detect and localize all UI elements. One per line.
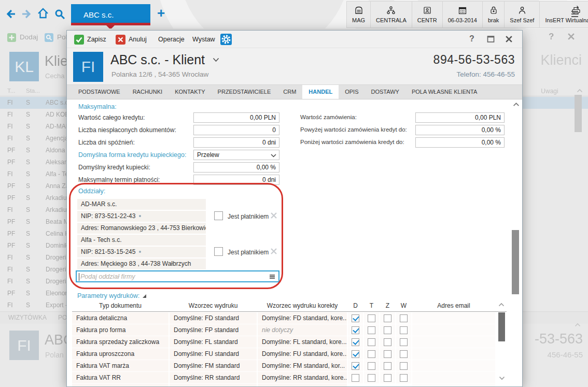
print-z-checkbox[interactable] [384,374,391,382]
tab-opis[interactable]: OPIS [339,85,365,99]
print-t-checkbox[interactable] [368,314,375,322]
print-w-checkbox[interactable] [400,374,408,382]
col-typ-dokumentu[interactable]: Typ dokumentu [72,301,169,311]
bg-col-type[interactable]: T... [7,88,15,94]
print-w-checkbox[interactable] [400,338,408,346]
doc-type-cell[interactable]: Faktura sprzedaży zaliczkowa [72,336,169,348]
status-printer[interactable]: InsERT Wirtualna druk... [540,2,588,27]
col-wzorzec-korekty[interactable]: Wzorzec wydruku korekty [258,301,347,311]
email-cell[interactable] [412,372,495,383]
print-z-checkbox[interactable] [384,362,391,370]
status-cashbox[interactable]: CENTR [412,2,443,27]
tab-dostawy[interactable]: DOSTAWY [365,85,405,99]
tab-crm[interactable]: CRM [277,85,302,99]
print-d-checkbox[interactable] [352,374,359,382]
remove-branch-icon[interactable] [270,212,277,219]
table-scroll-up-icon[interactable] [498,303,505,307]
print-t-checkbox[interactable] [368,338,375,346]
correction-cell[interactable]: Domyślne: RR standard, kore... [258,372,347,383]
branch-nip[interactable]: NIP: 821-53-15-245 [77,247,206,257]
above-order-credit-input[interactable]: 0,00 % [415,125,505,135]
bg-scroll-up-icon[interactable] [577,89,583,93]
branch-address[interactable]: Adres: Męckiego 83 , 44-738 Wałbrzych [77,259,206,269]
search-icon[interactable] [53,7,66,21]
content-scrollbar-thumb[interactable] [512,230,519,294]
correction-cell[interactable]: nie dotyczy [258,324,347,336]
correction-cell[interactable]: Domyślne: FM standard, kor... [258,360,347,371]
max-payment-term-input[interactable]: 0 dni [193,175,279,185]
bg-col-notes[interactable]: Uwagi [529,88,570,95]
add-button[interactable]: Dodaj [20,33,38,41]
email-cell[interactable] [412,324,495,336]
col-d[interactable]: D [348,301,363,311]
col-wzorzec-wydruku[interactable]: Wzorzec wydruku [170,301,257,311]
status-warehouse[interactable]: MAG [347,2,371,27]
new-tab-button[interactable]: + [157,5,165,21]
status-lock[interactable]: brak [483,2,505,27]
template-cell[interactable]: Domyślne: FU standard [170,348,257,360]
table-scroll-down-icon[interactable] [499,376,505,380]
print-z-checkbox[interactable] [384,350,391,358]
col-adres-email[interactable]: Adres email [412,301,495,311]
doc-type-cell[interactable]: Faktura detaliczna [72,312,169,324]
print-t-checkbox[interactable] [368,362,375,370]
doc-type-cell[interactable]: Faktura VAT marża [72,360,169,371]
print-d-checkbox[interactable] [352,362,359,370]
correction-cell[interactable]: Domyślne: FU standard, kore... [258,348,347,360]
template-cell[interactable]: Domyślne: FD standard [170,312,257,324]
credit-total-input[interactable]: 0,00 PLN [193,112,279,123]
print-t-checkbox[interactable] [368,374,375,382]
late-days-input[interactable]: 0 dni [193,137,279,148]
col-t[interactable]: T [364,301,379,311]
template-cell[interactable]: Domyślne: FM standard [170,360,257,371]
add-branch-input[interactable]: Podaj oddział firmy [76,270,279,282]
is-payer-checkbox[interactable] [214,211,223,220]
back-icon[interactable] [4,7,18,21]
print-d-checkbox[interactable] [352,326,359,334]
menu-icon[interactable] [569,9,580,20]
print-t-checkbox[interactable] [368,326,375,334]
tab-podstawowe[interactable]: PODSTAWOWE [72,85,127,99]
print-w-checkbox[interactable] [400,326,408,334]
default-credit-input[interactable]: 0,00 % [193,162,279,173]
tab-handel[interactable]: HANDEL [302,85,339,99]
doc-type-cell[interactable]: Faktura pro forma [72,324,169,336]
forward-icon[interactable] [20,7,33,21]
show-icon[interactable] [45,33,53,42]
maximize-icon[interactable] [487,35,495,43]
save-button[interactable]: Zapisz [72,31,108,48]
bg-scrollbar-thumb[interactable] [575,95,582,132]
dialog-help-button[interactable]: ? [469,34,474,44]
email-cell[interactable] [412,348,495,360]
remove-branch-icon[interactable] [270,248,277,255]
add-icon[interactable] [7,33,16,42]
print-w-checkbox[interactable] [400,314,408,322]
print-w-checkbox[interactable] [400,362,408,370]
col-z[interactable]: Z [380,301,395,311]
home-icon[interactable] [36,7,50,20]
template-cell[interactable]: Domyślne: FL standard [170,336,257,348]
tab-rachunki[interactable]: RACHUNKI [127,85,169,99]
correction-cell[interactable]: Domyślne: FL standard, kore... [258,336,347,348]
table-scrollbar-thumb[interactable] [498,312,505,341]
order-value-input[interactable]: 0,00 PLN [415,112,505,123]
status-branch[interactable]: CENTRALA [371,2,412,27]
email-cell[interactable] [412,312,495,324]
unpaid-docs-input[interactable]: 0 [193,125,279,135]
settings-gear-icon[interactable] [220,34,232,45]
print-d-checkbox[interactable] [352,314,359,322]
below-order-credit-input[interactable]: 0,00 % [415,137,505,148]
bg-tab-pozostale[interactable]: PO [58,314,67,321]
is-payer-checkbox[interactable] [214,247,223,256]
correction-cell[interactable]: Domyślne: FD standard, kore... [258,312,347,324]
branch-address[interactable]: Adres: Romanowskiego 23 , 44-753 Bierkow… [77,223,206,234]
collapse-triangle-icon[interactable] [143,294,146,298]
branch-name[interactable]: AD-MAR s.c. [77,199,206,210]
bg-close-icon[interactable] [567,33,575,40]
bg-scroll-up2-icon[interactable] [575,323,581,327]
branch-nip[interactable]: NIP: 873-521-22-43 [77,211,206,222]
issue-menu[interactable]: Wystaw [190,31,217,48]
status-user[interactable]: Szef Szef [505,2,540,27]
doc-type-cell[interactable]: Faktura VAT RR [72,372,169,383]
template-cell[interactable]: Domyślne: RR standard [170,372,257,383]
